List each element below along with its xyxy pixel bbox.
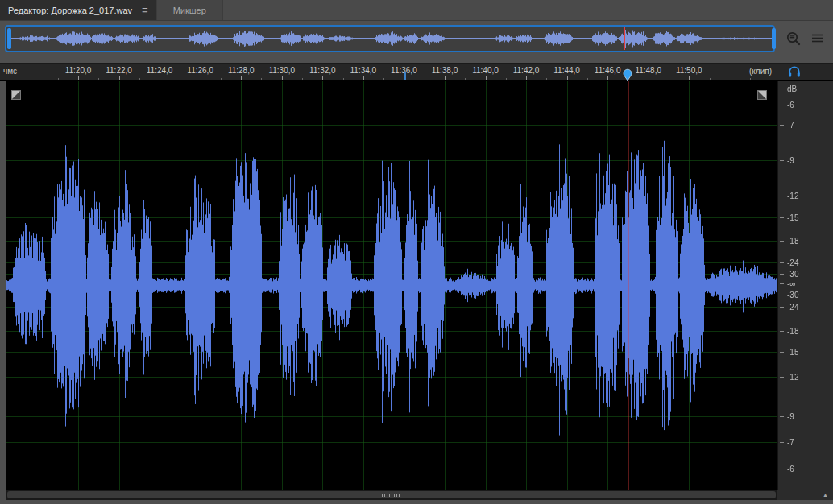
ruler-tick-label: 11:50,0 (676, 66, 702, 75)
ruler-tick-mark (201, 76, 201, 80)
db-scale-label: -∞ (780, 279, 795, 288)
ruler-tick-mark (445, 76, 446, 80)
fade-out-handle[interactable] (757, 90, 767, 100)
ruler-unit-label: чмс (3, 67, 17, 76)
scrollbar-grip (382, 494, 401, 497)
tab-mixer-label: Микшер (173, 6, 206, 15)
panel-tab-bar: Редактор: Дорожка 2_017.wav ≡ Микшер (0, 0, 833, 21)
ruler-minor-tick (546, 78, 547, 80)
waveform-display[interactable] (6, 81, 777, 490)
ruler-minor-tick (180, 78, 180, 80)
ruler-minor-tick (343, 78, 344, 80)
ruler-tick-label: 11:28,0 (228, 66, 255, 75)
ruler-tick-mark (363, 76, 364, 80)
db-scale-label: -30 (780, 291, 798, 300)
db-scale-label: -15 (780, 213, 798, 222)
ruler-tick-label: 11:40,0 (472, 66, 499, 75)
scale-scroll-corner: ▲ (777, 490, 833, 500)
ruler-tick-mark (282, 76, 283, 80)
ruler-tick-mark (119, 76, 120, 80)
ruler-tick-label: 11:22,0 (106, 66, 132, 75)
ruler-tick-label: 11:42,0 (513, 66, 540, 75)
ruler-tick-label: 11:48,0 (635, 66, 661, 75)
ruler-tick-mark (78, 76, 79, 80)
db-scale: dB -6-7-9-12-15-18-24-30-∞-30-24-18-15-1… (777, 81, 833, 490)
ruler-minor-tick (506, 78, 507, 80)
timeline-ruler[interactable]: чмс (клип) 11:20,011:22,011:24,011:26,01… (0, 63, 833, 81)
db-scale-label: -15 (780, 348, 798, 357)
db-scale-label: -7 (780, 438, 794, 447)
ruler-tick-mark (486, 76, 487, 80)
ruler-tick-label: 11:20,0 (65, 66, 92, 75)
zoom-selection-button[interactable] (783, 28, 804, 49)
monitor-headphones-icon[interactable] (788, 65, 801, 78)
ruler-tick-label: 11:24,0 (147, 66, 173, 75)
db-scale-label: -6 (780, 101, 794, 109)
ruler-minor-tick (58, 78, 59, 80)
ruler-tick-mark (241, 76, 242, 80)
ruler-tick-mark (322, 76, 323, 80)
ruler-minor-tick (425, 78, 425, 80)
playhead-marker[interactable] (623, 68, 632, 81)
db-scale-label: -18 (780, 327, 798, 336)
ruler-minor-tick (383, 78, 384, 80)
tab-editor-label: Редактор: Дорожка 2_017.wav (8, 6, 132, 15)
list-lines-icon (810, 31, 826, 47)
db-scale-label: -24 (780, 258, 798, 267)
ruler-tick-label: 11:38,0 (432, 66, 458, 75)
overview-navigator[interactable] (5, 25, 775, 52)
ruler-minor-tick (750, 78, 751, 80)
db-scale-label: -9 (780, 412, 794, 421)
ruler-tick-label: 11:46,0 (595, 66, 621, 75)
ruler-tick-mark (607, 76, 608, 80)
ruler-minor-tick (221, 78, 222, 80)
playhead-pin-icon (623, 68, 632, 81)
ruler-tick-mark (526, 76, 527, 80)
db-scale-label: -12 (780, 192, 798, 200)
fade-in-handle[interactable] (11, 90, 21, 100)
ruler-minor-tick (302, 78, 303, 80)
ruler-minor-tick (139, 78, 140, 80)
scrollbar-thumb[interactable] (7, 491, 776, 498)
magnifier-icon (785, 31, 802, 47)
ruler-tick-label: 11:30,0 (268, 66, 295, 75)
ruler-minor-tick (261, 78, 262, 80)
ruler-minor-tick (98, 78, 99, 80)
ruler-tick-mark (649, 76, 649, 80)
ruler-tick-label: 11:32,0 (309, 66, 336, 75)
ruler-clip-label: (клип) (749, 67, 772, 76)
overview-right-handle[interactable] (772, 28, 776, 49)
ruler-minor-tick (710, 78, 711, 80)
overview-waveform (11, 27, 772, 50)
panel-options-button[interactable] (807, 28, 828, 49)
ruler-tick-label: 11:34,0 (350, 66, 377, 75)
ruler-tick-label: 11:26,0 (187, 66, 213, 75)
ruler-minor-tick (465, 78, 466, 80)
panel-menu-icon[interactable]: ≡ (142, 4, 148, 16)
clip-boundary-marker (404, 72, 406, 80)
scroll-up-arrow[interactable]: ▲ (823, 492, 828, 498)
ruler-minor-tick (587, 78, 588, 80)
horizontal-scrollbar[interactable] (6, 490, 777, 500)
db-scale-label: -18 (780, 237, 798, 246)
ruler-minor-tick (669, 78, 669, 80)
db-scale-label: -7 (780, 121, 794, 130)
audio-editor-window: Редактор: Дорожка 2_017.wav ≡ Микшер чмс… (0, 0, 833, 504)
db-scale-label: -30 (780, 270, 798, 279)
ruler-tick-label: 11:44,0 (553, 66, 580, 75)
db-scale-label: -6 (780, 465, 794, 473)
ruler-tick-mark (689, 76, 690, 80)
db-scale-label: -9 (780, 156, 794, 165)
ruler-tick-mark (160, 76, 160, 80)
tab-mixer[interactable]: Микшер (156, 0, 223, 20)
ruler-tick-mark (567, 76, 568, 80)
db-scale-label: -12 (780, 373, 798, 382)
tab-editor[interactable]: Редактор: Дорожка 2_017.wav ≡ (0, 0, 156, 20)
db-scale-label: -24 (780, 303, 798, 312)
